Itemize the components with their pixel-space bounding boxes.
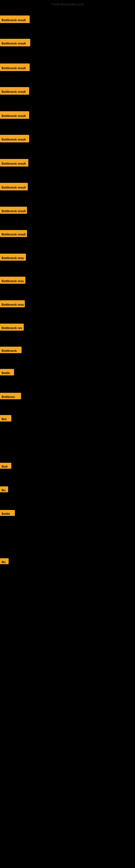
bottleneck-badge: Bottle [0, 510, 15, 516]
bottleneck-badge: Bottleneck result [0, 63, 30, 71]
bottleneck-badge: Bottleneck [0, 347, 21, 353]
bottleneck-badge: Bottlenec [0, 393, 21, 399]
bottleneck-badge: Bottleneck resu [0, 300, 25, 307]
bottleneck-badge: Bottle [0, 369, 14, 375]
bottleneck-badge: Bo [0, 558, 9, 564]
bottleneck-badge: Bott [0, 463, 11, 469]
bottleneck-badge: Bottleneck resu [0, 254, 26, 261]
bottleneck-badge: Bottleneck result [0, 111, 29, 119]
bottleneck-badge: Bottleneck resu [0, 277, 26, 284]
bottleneck-badge: Bo [0, 486, 8, 492]
bottleneck-badge: Bottleneck result [0, 159, 28, 166]
bottleneck-badge: Bottleneck result [0, 87, 29, 95]
bottleneck-badge: Bottleneck result [0, 230, 27, 237]
bottleneck-badge: Bottleneck result [0, 207, 27, 214]
bottleneck-badge: Bottleneck res [0, 323, 24, 331]
bottleneck-badge: Bottleneck result [0, 39, 30, 46]
bottleneck-badge: Bottleneck result [0, 16, 30, 23]
bottleneck-badge: Bot [0, 415, 11, 422]
bottleneck-badge: Bottleneck result [0, 183, 28, 190]
bottleneck-badge: Bottleneck result [0, 135, 29, 143]
site-title: TheBottlenecker.com [51, 2, 84, 6]
